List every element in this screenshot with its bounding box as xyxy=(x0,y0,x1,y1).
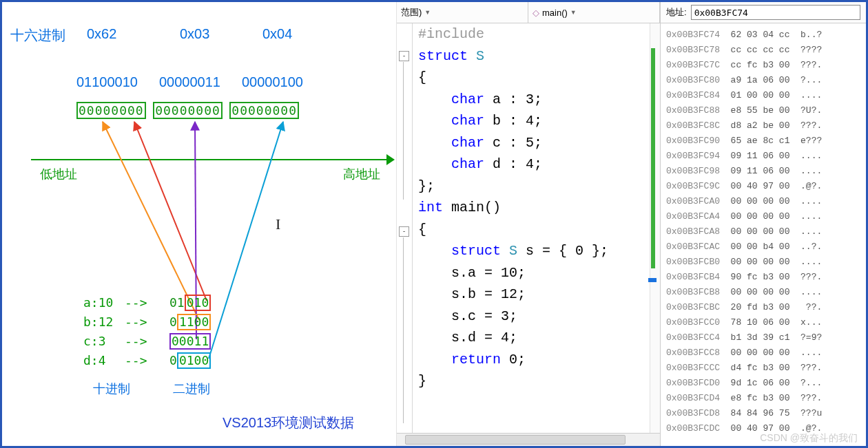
code-editor[interactable]: - - #include struct S { char a : 3; char… xyxy=(397,23,660,433)
overview-ruler[interactable] xyxy=(650,23,660,433)
current-line-marker xyxy=(648,278,657,282)
hex-1: 0x03 xyxy=(180,26,209,42)
memory-row: 0x00B3FC9C 00 40 97 00 .@?. xyxy=(666,179,866,194)
address-axis xyxy=(31,159,389,160)
bin-1: 00000011 xyxy=(159,74,220,90)
chevron-down-icon: ▼ xyxy=(424,9,431,16)
memory-panel: 地址: 0x00B3FC74 62 03 04 cc b..?0x00B3FC7… xyxy=(660,2,866,446)
svg-line-0 xyxy=(134,122,207,301)
assignment-row: a:10--> 01010 xyxy=(83,295,211,311)
address-toolbar: 地址: xyxy=(661,2,866,23)
hex-0: 0x62 xyxy=(87,26,116,42)
address-label: 地址: xyxy=(666,6,687,19)
bitcells: 00000000 00000000 00000000 xyxy=(76,102,303,119)
scope-dropdown-right[interactable]: ◇main()▼ xyxy=(528,2,660,23)
memory-row: 0x00B3FCD0 9d 1c 06 00 ?... xyxy=(666,376,866,391)
memory-row: 0x00B3FCC8 00 00 00 00 .... xyxy=(666,345,866,361)
scope-bar: 范围)▼ ◇main()▼ xyxy=(397,2,660,23)
memory-row: 0x00B3FC80 a9 1a 06 00 ?... xyxy=(666,73,866,88)
code-text: #include struct S { char a : 3; char b :… xyxy=(413,23,650,433)
hex-2: 0x04 xyxy=(262,26,292,42)
address-input[interactable] xyxy=(691,5,860,20)
assignment-row: b:12--> 01100 xyxy=(83,314,211,330)
memory-row: 0x00B3FC84 01 00 00 00 .... xyxy=(666,88,866,103)
scrollbar[interactable] xyxy=(397,433,660,446)
memory-row: 0x00B3FC8C d8 a2 be 00 ???. xyxy=(666,118,866,134)
bitfield-diagram: 十六进制 0x62 0x03 0x04 01100010 00000011 00… xyxy=(2,2,396,446)
memory-row: 0x00B3FC74 62 03 04 cc b..? xyxy=(666,28,866,43)
fold-toggle[interactable]: - xyxy=(399,51,409,61)
memory-row: 0x00B3FC94 09 11 06 00 .... xyxy=(666,149,866,164)
memory-row: 0x00B3FCD8 84 84 96 75 ???u xyxy=(666,406,866,421)
watermark: CSDN @致奋斗的我们 xyxy=(760,432,858,445)
col-dec: 十进制 xyxy=(93,381,130,397)
axis-low: 低地址 xyxy=(40,166,77,182)
memory-row: 0x00B3FCA8 00 00 00 00 .... xyxy=(666,224,866,239)
scope-dropdown-left[interactable]: 范围)▼ xyxy=(397,2,528,23)
memory-row: 0x00B3FCCC d4 fc b3 00 ???. xyxy=(666,361,866,376)
byte-1: 00000000 xyxy=(153,102,223,119)
memory-row: 0x00B3FCA4 00 00 00 00 .... xyxy=(666,209,866,224)
svg-line-3 xyxy=(209,122,283,359)
memory-row: 0x00B3FCC0 78 10 06 00 x... xyxy=(666,315,866,330)
memory-row: 0x00B3FC88 e8 55 be 00 ?U?. xyxy=(666,103,866,118)
footer-text: VS2013环境测试数据 xyxy=(223,414,354,432)
app-frame: 十六进制 0x62 0x03 0x04 01100010 00000011 00… xyxy=(0,0,868,448)
axis-arrow-icon xyxy=(386,154,395,165)
memory-row: 0x00B3FCA0 00 00 00 00 .... xyxy=(666,194,866,209)
axis-high: 高地址 xyxy=(343,166,380,182)
assignment-row: d:4--> 00100 xyxy=(83,352,211,369)
memory-dump[interactable]: 0x00B3FC74 62 03 04 cc b..?0x00B3FC78 cc… xyxy=(661,23,866,446)
memory-row: 0x00B3FCD4 e8 fc b3 00 ???. xyxy=(666,391,866,406)
col-bin: 二进制 xyxy=(173,381,210,397)
assignment-row: c:3--> 00011 xyxy=(83,333,211,350)
memory-row: 0x00B3FC98 09 11 06 00 .... xyxy=(666,164,866,179)
svg-line-1 xyxy=(103,122,199,320)
memory-row: 0x00B3FCB0 00 00 00 00 .... xyxy=(666,255,866,270)
code-panel: 范围)▼ ◇main()▼ - - #include struct S { ch… xyxy=(396,2,660,446)
memory-row: 0x00B3FCB4 90 fc b3 00 ???. xyxy=(666,270,866,285)
byte-0: 00000000 xyxy=(76,102,146,119)
memory-row: 0x00B3FCB8 00 00 00 00 .... xyxy=(666,285,866,300)
memory-row: 0x00B3FCBC 20 fd b3 00 ??. xyxy=(666,300,866,315)
memory-row: 0x00B3FC78 cc cc cc cc ???? xyxy=(666,43,866,58)
memory-row: 0x00B3FC90 65 ae 8c c1 e??? xyxy=(666,134,866,149)
hex-title: 十六进制 xyxy=(10,26,65,45)
chevron-down-icon: ▼ xyxy=(570,9,577,16)
bin-0: 01100010 xyxy=(76,74,138,90)
text-cursor-icon: I xyxy=(276,215,280,233)
fold-gutter: - - xyxy=(397,23,413,433)
fold-toggle[interactable]: - xyxy=(399,226,409,237)
bin-2: 00000100 xyxy=(242,74,303,90)
memory-row: 0x00B3FCC4 b1 3d 39 c1 ?=9? xyxy=(666,330,866,345)
memory-row: 0x00B3FC7C cc fc b3 00 ???. xyxy=(666,58,866,73)
memory-row: 0x00B3FCAC 00 00 b4 00 ..?. xyxy=(666,239,866,255)
byte-2: 00000000 xyxy=(229,102,299,119)
